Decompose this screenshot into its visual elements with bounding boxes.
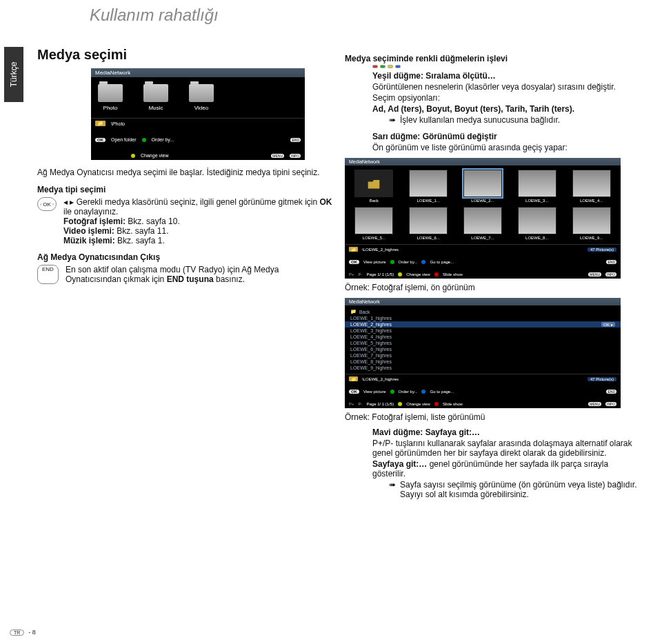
folder-music: Music	[143, 84, 168, 111]
thumb-image	[409, 207, 448, 234]
thumb-image	[463, 207, 502, 234]
media-type-heading: Medya tipi seçimi	[37, 185, 334, 194]
arrow-left-right-icon: ◂ ▸	[63, 197, 74, 207]
example-caption-1: Örnek: Fotoğraf işlemi, ön görünüm	[345, 283, 641, 292]
arrow-right-icon: ➠	[389, 115, 396, 125]
end-pill: END	[290, 138, 301, 142]
ok-inline-pill: OK▸	[601, 322, 615, 327]
red-pill-icon	[434, 272, 439, 276]
thumb-image	[518, 207, 556, 234]
menu-pill: MENU	[271, 154, 284, 158]
yellow-button-block: Sarı düğme: Görünümü değiştir Ön görünüm…	[372, 132, 641, 152]
yellow-dot-icon	[388, 65, 393, 68]
language-tab: Türkçe	[4, 47, 23, 102]
folder-icon	[189, 84, 214, 102]
blue-button-block: Mavi düğme: Sayfaya git:… P+/P- tuşların…	[372, 427, 641, 499]
page-number: - 8	[28, 629, 36, 636]
yellow-pill-icon	[131, 154, 135, 158]
back-folder-icon	[354, 170, 393, 197]
green-pill-icon	[390, 260, 394, 264]
folder-path-icon: 📁	[349, 376, 358, 381]
lb-title: MediaNetwork	[345, 298, 621, 305]
red-dot-icon	[372, 65, 378, 68]
tg-title: MediaNetwork	[345, 158, 621, 165]
left-column: Medya seçimi MediaNetwork Photo Music Vi…	[37, 47, 334, 284]
green-dot-icon	[380, 65, 385, 68]
right-column: Medya seçiminde renkli düğmelerin işlevi…	[345, 47, 641, 499]
green-button-block: Yeşil düğme: Sıralama ölçütü… Görüntülen…	[372, 71, 641, 125]
yellow-pill-icon	[398, 402, 402, 406]
blue-dot-icon	[395, 65, 401, 68]
list-row-selected: LOEWE_2_highres OK▸	[345, 321, 621, 328]
blue-pill-icon	[421, 260, 425, 264]
ok-description: ◂ ▸ Gerekli medya klasörünü seçiniz, ilg…	[63, 197, 334, 245]
folder-icon	[98, 84, 123, 102]
ok-pill: OK	[95, 138, 106, 142]
example-caption-2: Örnek: Fotoğraf işlemi, liste görünümü	[345, 412, 641, 422]
tg-footer: 📁 \LOEWE_2_highres 47 Picture(s) OK View…	[345, 244, 621, 279]
green-pill-icon	[390, 390, 394, 394]
media-browser-title: MediaNetwork	[91, 68, 305, 77]
lb-footer: 📁 \LOEWE_2_highres 47 Picture(s) OK View…	[345, 374, 621, 408]
media-browser-screenshot: MediaNetwork Photo Music Video 📁 \Photo …	[91, 68, 305, 160]
folder-video: Video	[189, 84, 214, 111]
end-description: En son aktif olan çalışma modu (TV Radyo…	[66, 265, 334, 284]
page-title: Kullanım rahatlığı	[90, 6, 219, 25]
green-pill-icon	[142, 138, 146, 142]
color-buttons-heading: Medya seçiminde renkli düğmelerin işlevi	[345, 54, 641, 63]
red-pill-icon	[434, 402, 439, 406]
folder-icon	[143, 84, 168, 102]
yellow-pill-icon	[398, 272, 402, 276]
up-folder-icon: 📁	[350, 309, 357, 314]
thumb-image	[354, 207, 393, 234]
list-back-row: 📁Back	[345, 308, 621, 315]
section-title: Medya seçimi	[37, 47, 334, 63]
folder-photo: Photo	[98, 84, 123, 111]
ok-button-icon: OK	[37, 197, 57, 211]
thumb-image	[518, 170, 556, 197]
language-label: Türkçe	[9, 62, 19, 88]
list-view-screenshot: MediaNetwork 📁Back LOEWE_1_highres LOEWE…	[345, 298, 621, 408]
arrow-right-icon: ➠	[389, 480, 396, 499]
page-footer: TR - 8	[10, 629, 36, 636]
info-pill: INFO	[290, 154, 301, 158]
thumb-image	[409, 170, 448, 197]
back-thumb: Back	[349, 170, 399, 203]
folder-path-icon: 📁	[95, 121, 106, 126]
folder-path-icon: 📁	[349, 247, 358, 252]
intro-text: Ağ Medya Oynatıcısı medya seçimi ile baş…	[37, 167, 334, 178]
thumb-image	[572, 170, 611, 197]
thumb-image	[572, 207, 611, 234]
thumbnail-view-screenshot: MediaNetwork Back LOEWE_1... LOEWE_2... …	[345, 158, 621, 279]
thumb-image	[463, 170, 502, 197]
blue-pill-icon	[421, 390, 425, 394]
tr-badge: TR	[10, 630, 24, 636]
media-browser-footer: 📁 \Photo OK Open folder Order by... END …	[91, 118, 305, 160]
end-button-icon: END	[37, 265, 59, 284]
exit-heading: Ağ Medya Oynatıcısından Çıkış	[37, 252, 334, 262]
color-dots-row	[372, 65, 641, 68]
